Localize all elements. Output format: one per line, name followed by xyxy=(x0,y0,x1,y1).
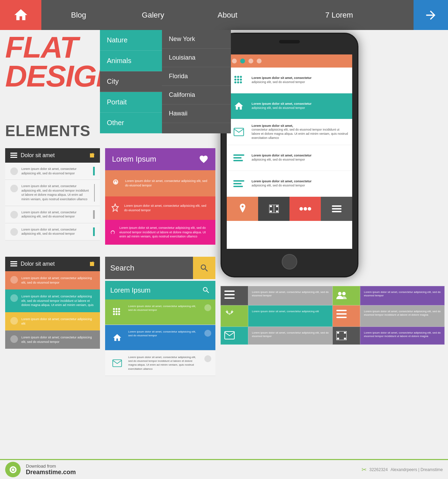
grid-cell-text-5: Lorem ipsum dolor sit amet, consectetur … xyxy=(248,327,333,345)
panel1-bar-3 xyxy=(93,210,95,219)
panel1-circle-1 xyxy=(10,167,18,175)
grid-cell-text-6: Lorem ipsum dolor sit amet, consectetur … xyxy=(360,327,445,345)
grid-cell-icon-film xyxy=(333,327,360,345)
svg-rect-55 xyxy=(337,332,339,334)
phone-dot-4 xyxy=(257,59,262,63)
grid-cell-text-3: Lorem ipsum dolor sit amet, consectetur … xyxy=(248,305,333,327)
dropdown-col2: New York Louisiana Florida California Ha… xyxy=(162,30,231,133)
svg-rect-57 xyxy=(337,338,339,339)
svg-point-40 xyxy=(118,310,120,313)
panel1-circle-2 xyxy=(10,185,18,192)
dreamstime-id: ✂ 32262324 Alexandrpeers | Dreamstime xyxy=(362,466,443,473)
svg-rect-27 xyxy=(332,211,342,212)
dd-florida[interactable]: Florida xyxy=(162,67,231,86)
panel1-item-1: Lorem ipsum dolor sit amet, consectetur … xyxy=(5,163,100,180)
phone-footer xyxy=(227,197,352,221)
svg-rect-50 xyxy=(336,310,347,311)
dd-california[interactable]: California xyxy=(162,86,231,104)
card-header: Lorem Ipsum xyxy=(105,148,215,170)
dd-other[interactable]: Other xyxy=(100,113,162,133)
svg-point-2 xyxy=(240,76,242,78)
svg-rect-31 xyxy=(10,261,17,262)
dd-louisiana[interactable]: Louisiana xyxy=(162,49,231,67)
grid-row-3: Lorem ipsum dolor sit amet, consectetur … xyxy=(221,327,445,345)
svg-point-22 xyxy=(299,207,303,211)
phone-dot-2 xyxy=(240,59,245,63)
navbar: Blog Galery About 7 Lorem xyxy=(0,0,448,30)
card-pink: Lorem ipsum dolor sit amet, consectetur … xyxy=(105,220,215,245)
dd-portait[interactable]: Portait xyxy=(100,92,162,113)
panel1-text-2: Lorem ipsum dolor sit amet, consectetur … xyxy=(21,184,91,201)
panel2-item-1: Lorem ipsum dolor sit amet; consectetur … xyxy=(5,271,100,289)
panel2-circle-1 xyxy=(10,276,18,284)
nav-arrow-button[interactable] xyxy=(414,0,448,30)
phone-home-button[interactable] xyxy=(282,254,297,269)
panel2-text-4: Lorem ipsum dolor sit amet; consectetur … xyxy=(21,335,95,344)
panel1-circle-4 xyxy=(10,228,18,236)
phone-icon-lines1 xyxy=(230,149,247,166)
phone-header xyxy=(227,54,352,68)
svg-point-4 xyxy=(237,79,239,81)
dreamstime-bar: Download from Dreamstime.com ✂ 32262324 … xyxy=(0,459,448,479)
grid-cell-icon-menu2 xyxy=(333,305,360,327)
nav-lorem[interactable]: 7 Lorem xyxy=(265,0,414,30)
phone-footer-menu xyxy=(321,197,352,221)
dd-hawaii[interactable]: Hawaii xyxy=(162,104,231,123)
panel1-header: Dolor sit amet xyxy=(5,148,100,163)
panel2-item-2: Lorem ipsum dolor sit amet; consectetur … xyxy=(5,289,100,312)
grid-cell-icon-menu xyxy=(221,286,248,305)
svg-rect-33 xyxy=(10,265,17,266)
svg-point-7 xyxy=(237,81,239,83)
panel2-title: Dolor sit amet xyxy=(21,261,86,267)
svg-point-24 xyxy=(308,207,311,211)
svg-rect-13 xyxy=(233,180,244,182)
mp2-header: Lorem Ipsum xyxy=(105,281,215,299)
panel2-text-2: Lorem ipsum dolor sit amet; consectetur … xyxy=(21,294,95,307)
mp2-circle-3 xyxy=(204,355,211,362)
nav-gallery[interactable]: Galery xyxy=(116,0,190,30)
card-red: Lorem ipsum dolor sit amet, consectetur … xyxy=(105,196,215,220)
mp2-item-2: Lorem ipsum dolor sit amet, consectetur … xyxy=(105,325,215,350)
nav-home-button[interactable] xyxy=(0,0,41,30)
panel2-item-3: Lorem ipsum dolor sit amet; consectetur … xyxy=(5,312,100,330)
search-button[interactable] xyxy=(193,257,215,279)
mp2-title: Lorem Ipsum xyxy=(110,286,202,294)
phone-text-2: Lorem ipsum dolor sit amet, consectetur … xyxy=(252,102,312,110)
dd-city[interactable]: City xyxy=(100,71,162,92)
panel2-circle-3 xyxy=(10,317,18,325)
dd-animals[interactable]: Animals xyxy=(100,51,162,71)
phone-footer-dots xyxy=(289,197,321,221)
dreamstime-logo xyxy=(5,462,21,477)
nav-blog[interactable]: Blog xyxy=(41,0,116,30)
mp2-icon-dots xyxy=(109,304,125,320)
nav-about[interactable]: About xyxy=(190,0,265,30)
mp2-text-1: Lorem ipsum dolor sit amet, consectetur … xyxy=(128,304,201,312)
mp2-circle-2 xyxy=(204,330,211,337)
phone-screen: Lorem ipsum dolor sit amet, consectetur … xyxy=(227,54,352,249)
dd-nature[interactable]: Nature xyxy=(100,30,162,51)
panel1-text-1: Lorem ipsum dolor sit amet, consectetur … xyxy=(21,167,90,175)
card-title: Lorem Ipsum xyxy=(112,155,199,164)
svg-point-23 xyxy=(304,207,307,211)
svg-rect-10 xyxy=(233,154,244,156)
svg-point-48 xyxy=(338,292,342,295)
panel1-item-2: Lorem ipsum dolor sit amet, consectetur … xyxy=(5,180,100,206)
svg-rect-46 xyxy=(224,294,235,295)
panel1-text-3: Lorem ipsum dolor sit amet, consectetur … xyxy=(21,210,90,219)
phone-list-item-1: Lorem ipsum dolor sit amet, consectetur … xyxy=(227,68,352,93)
phone-dot-3 xyxy=(248,59,253,63)
card-orange: Lorem ipsum dolor sit amet, consectetur … xyxy=(105,170,215,196)
dd-newyork[interactable]: New York xyxy=(162,30,231,49)
grid-cell-icon-people xyxy=(333,286,360,305)
search-input[interactable]: Search xyxy=(105,257,193,279)
svg-rect-19 xyxy=(270,211,272,212)
card-pink-text: Lorem ipsum dolor sit amet, consectetur … xyxy=(119,226,210,239)
mp2-item-1: Lorem ipsum dolor sit amet, consectetur … xyxy=(105,299,215,325)
svg-rect-17 xyxy=(270,205,272,207)
grid-cell-text-1: Lorem ipsum dolor sit amet, consectetur … xyxy=(248,286,333,305)
svg-rect-32 xyxy=(10,263,17,264)
svg-rect-28 xyxy=(10,153,17,154)
phone-camera xyxy=(279,40,300,43)
svg-point-1 xyxy=(237,76,239,78)
mp2-circle-1 xyxy=(204,304,211,311)
